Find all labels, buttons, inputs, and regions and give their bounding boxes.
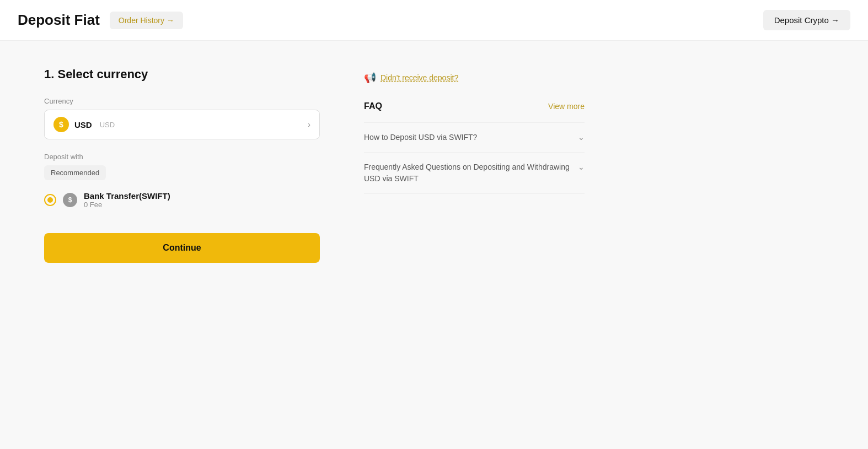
currency-icon: $ — [53, 117, 69, 132]
payment-fee: 0 Fee — [84, 201, 170, 209]
faq-item-1[interactable]: How to Deposit USD via SWIFT? ⌄ — [364, 122, 585, 152]
faq-question-2: Frequently Asked Questions on Depositing… — [364, 161, 571, 185]
payment-option-swift[interactable]: $ Bank Transfer(SWIFT) 0 Fee — [44, 189, 320, 211]
deposit-with-section: Deposit with Recommended $ Bank Transfer… — [44, 153, 320, 211]
megaphone-icon: 📢 — [364, 72, 376, 84]
radio-inner — [47, 197, 53, 203]
currency-select-left: $ USD USD — [53, 117, 115, 132]
faq-item-2[interactable]: Frequently Asked Questions on Depositing… — [364, 152, 585, 194]
recommended-badge: Recommended — [44, 165, 106, 180]
header: Deposit Fiat Order History → Deposit Cry… — [0, 0, 868, 41]
page-title: Deposit Fiat — [18, 12, 100, 29]
header-left: Deposit Fiat Order History → — [18, 12, 183, 29]
faq-title: FAQ — [364, 101, 382, 111]
alert-text[interactable]: Didn't receive deposit? — [381, 73, 458, 82]
order-history-button[interactable]: Order History → — [110, 12, 183, 29]
payment-info: Bank Transfer(SWIFT) 0 Fee — [84, 191, 170, 209]
section-title: 1. Select currency — [44, 67, 320, 82]
chevron-down-icon-2: ⌄ — [578, 163, 585, 171]
payment-name: Bank Transfer(SWIFT) — [84, 191, 170, 201]
currency-label: Currency — [44, 97, 320, 105]
faq-question-1: How to Deposit USD via SWIFT? — [364, 132, 477, 143]
left-panel: 1. Select currency Currency $ USD USD › … — [44, 67, 320, 263]
currency-select[interactable]: $ USD USD › — [44, 110, 320, 139]
view-more-link[interactable]: View more — [548, 102, 585, 111]
payment-method-icon: $ — [63, 193, 77, 207]
deposit-crypto-button[interactable]: Deposit Crypto → — [763, 10, 850, 30]
radio-button-swift[interactable] — [44, 194, 56, 206]
chevron-down-icon-1: ⌄ — [578, 133, 585, 142]
faq-header: FAQ View more — [364, 101, 585, 111]
chevron-right-icon: › — [308, 120, 310, 129]
currency-code-secondary: USD — [100, 121, 115, 129]
right-panel: 📢 Didn't receive deposit? FAQ View more … — [364, 67, 585, 263]
continue-button[interactable]: Continue — [44, 233, 320, 263]
alert-link[interactable]: 📢 Didn't receive deposit? — [364, 72, 585, 84]
currency-name: USD — [74, 120, 92, 129]
deposit-with-label: Deposit with — [44, 153, 320, 161]
main-content: 1. Select currency Currency $ USD USD › … — [0, 41, 662, 289]
